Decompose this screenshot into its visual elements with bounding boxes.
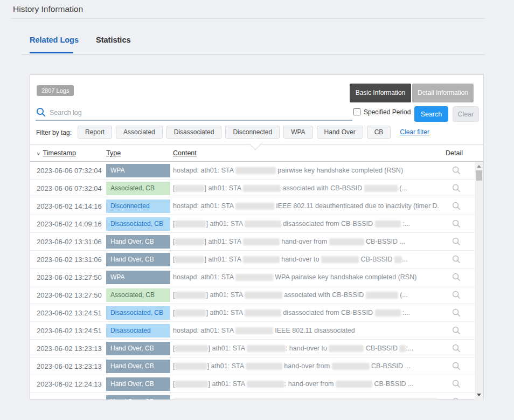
table-row: 2023-06-02 14:14:16 Disconnected hostapd… [30, 197, 475, 215]
clear-filter-link[interactable]: Clear filter [400, 128, 429, 136]
row-type-badge: WPA [106, 164, 170, 177]
logs-panel: 2807 Logs Basic Information Detail Infor… [30, 74, 484, 400]
search-underline [36, 120, 352, 121]
redacted-text [375, 309, 401, 316]
tab-statistics[interactable]: Statistics [96, 36, 130, 44]
column-header-type[interactable]: Type [106, 144, 121, 161]
row-type-badge: Disassociated [106, 324, 170, 338]
content-text: hand-over to [280, 256, 321, 263]
content-text: (... [398, 291, 408, 299]
row-timestamp: 2023-06-02 12:24:13 [37, 393, 102, 400]
tab-bar: Related Logs Statistics [30, 36, 131, 44]
content-text: hostapd: ath01: STA [173, 202, 235, 210]
filter-tag-wpa[interactable]: WPA [283, 126, 312, 139]
row-content: [] ath01: STA hand-over from CB-BSSID ..… [173, 233, 440, 251]
detail-magnifier-icon[interactable] [452, 219, 461, 228]
row-timestamp: 2023-06-02 13:23:13 [37, 340, 102, 357]
content-text: CB-BSSID ... [364, 238, 405, 245]
row-type-badge: Associated, CB [106, 182, 170, 195]
table-row: 2023-06-02 13:23:13 Hand Over, CB [] ath… [30, 340, 475, 357]
redacted-text [399, 345, 406, 352]
tabs-divider [22, 54, 485, 55]
content-text: : hand-over to [286, 345, 329, 352]
vertical-scrollbar[interactable] [475, 162, 483, 400]
log-table-header: ∨Timestamp Type Content Detail [30, 144, 483, 161]
redacted-text [247, 345, 286, 352]
detail-magnifier-icon[interactable] [452, 166, 461, 175]
search-button[interactable]: Search [414, 106, 448, 122]
detail-information-button[interactable]: Detail Information [412, 84, 474, 102]
redacted-text [243, 238, 280, 245]
content-text: ] ath01: STA [208, 345, 246, 352]
detail-magnifier-icon[interactable] [452, 202, 461, 210]
scroll-up-icon[interactable] [477, 165, 481, 168]
row-content: [] ath01: STA disassociated from CB-BSSI… [173, 215, 440, 233]
table-row: 2023-06-02 12:24:13 Hand Over, CB [] ath… [30, 375, 475, 393]
row-type-badge: Hand Over, CB [106, 235, 170, 249]
table-row: 2023-06-02 12:24:13 Hand Over, CB [30, 393, 475, 400]
filter-tag-associated[interactable]: Associated [116, 126, 163, 139]
redacted-text [173, 398, 437, 400]
content-text: ... [402, 256, 407, 263]
detail-magnifier-icon[interactable] [452, 291, 461, 299]
row-timestamp: 2023-06-06 07:32:04 [37, 180, 102, 197]
detail-magnifier-icon[interactable] [452, 273, 461, 281]
table-row: 2023-06-02 13:27:50 WPA hostapd: ath01: … [30, 268, 475, 286]
content-text: : hand-over from [284, 380, 336, 388]
detail-magnifier-icon[interactable] [452, 344, 461, 353]
detail-magnifier-icon[interactable] [452, 255, 461, 264]
filter-tag-cb[interactable]: CB [367, 126, 391, 139]
table-row: 2023-06-02 13:24:51 Disassociated hostap… [30, 322, 475, 340]
redacted-text [175, 363, 207, 370]
row-timestamp: 2023-06-02 14:09:16 [37, 215, 102, 233]
scrollbar-thumb[interactable] [476, 170, 482, 181]
row-content: [] ath01: STA hand-over from CB-BSSID ..… [173, 357, 440, 375]
row-timestamp: 2023-06-02 14:14:16 [37, 197, 102, 215]
content-text: associated with CB-BSSID [282, 291, 366, 299]
content-text: pairwise key handshake completed (RSN) [276, 167, 403, 174]
content-text: hostapd: ath01: STA [173, 273, 235, 281]
filter-tag-hand-over[interactable]: Hand Over [317, 126, 363, 139]
content-text: CB-BSSID ... [370, 362, 411, 370]
search-input[interactable] [50, 106, 349, 119]
detail-magnifier-icon[interactable] [452, 362, 461, 370]
search-icon [36, 107, 46, 117]
redacted-text [235, 274, 273, 281]
detail-magnifier-icon[interactable] [452, 308, 461, 317]
table-row: 2023-06-02 13:23:13 Hand Over, CB [] ath… [30, 357, 475, 375]
column-header-content[interactable]: Content [173, 144, 197, 161]
clear-button[interactable]: Clear [453, 106, 479, 122]
table-row: 2023-06-06 07:32:04 Associated, CB [] at… [30, 180, 475, 197]
table-row: 2023-06-02 13:31:06 Hand Over, CB [] ath… [30, 233, 475, 251]
content-text: hand-over from [282, 362, 332, 370]
detail-magnifier-icon[interactable] [452, 397, 461, 400]
tab-related-logs[interactable]: Related Logs [30, 36, 79, 44]
content-text: :... [401, 220, 410, 228]
content-text: ] ath01: STA [206, 220, 244, 228]
specified-period-label[interactable]: Specified Period [364, 108, 411, 116]
content-text: WPA pairwise key handshake completed (RS… [273, 273, 417, 281]
log-table-body: 2023-06-06 07:32:04 WPA hostapd: ath01: … [30, 162, 483, 400]
filter-tag-disassociated[interactable]: Disassociated [166, 126, 222, 139]
detail-magnifier-icon[interactable] [452, 184, 461, 192]
scroll-down-icon[interactable] [477, 394, 481, 396]
filter-by-tag-label: Filter by tag: [36, 129, 72, 136]
detail-magnifier-icon[interactable] [452, 380, 461, 388]
redacted-text [175, 345, 208, 352]
detail-magnifier-icon[interactable] [452, 326, 461, 335]
filter-tag-disconnected[interactable]: Disconnected [225, 126, 280, 139]
row-type-badge: Disassociated, CB [106, 306, 170, 320]
filter-tag-report[interactable]: Report [78, 126, 112, 139]
content-text: ] ath01: STA [204, 238, 242, 245]
basic-information-button[interactable]: Basic Information [350, 84, 411, 102]
redacted-text [175, 256, 204, 263]
title-divider [11, 18, 485, 19]
redacted-text [245, 292, 282, 299]
specified-period-checkbox[interactable] [353, 108, 360, 115]
redacted-text [175, 221, 206, 228]
row-content: hostapd: ath01: STA IEEE 802.11 disassoc… [173, 322, 440, 340]
redacted-text [336, 381, 372, 388]
column-header-timestamp[interactable]: ∨Timestamp [37, 144, 76, 161]
detail-magnifier-icon[interactable] [452, 237, 461, 246]
row-type-badge: Hand Over, CB [106, 342, 170, 355]
